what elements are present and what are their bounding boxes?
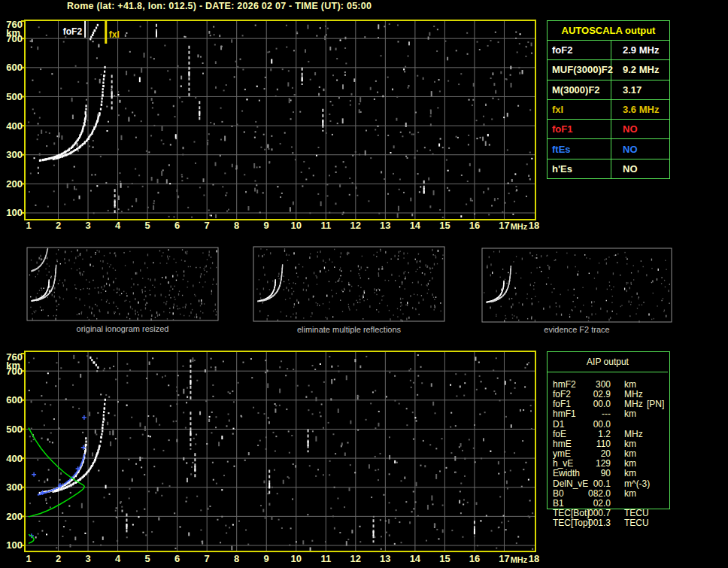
noise-dot [268, 421, 270, 424]
noise-dot [245, 191, 247, 193]
noise-dot [432, 503, 433, 505]
noise-dot [332, 74, 334, 76]
noise-dot [93, 212, 95, 214]
noise-dot [447, 57, 448, 61]
noise-dot [292, 498, 293, 500]
noise-dot [479, 49, 481, 50]
noise-dot [256, 86, 258, 87]
noise-dot [193, 141, 195, 143]
aip-value: 001.3 [569, 518, 611, 528]
noise-dot [255, 25, 256, 26]
noise-dot [345, 166, 347, 168]
noise-dot [349, 194, 350, 196]
noise-dot [96, 57, 98, 59]
x-tick-label: 13 [380, 220, 390, 231]
noise-dot [472, 99, 474, 101]
thumbnail-caption-evidence: evidence F2 trace [482, 325, 672, 334]
aip-param: D1 [553, 420, 564, 430]
noise-dot [220, 139, 222, 141]
noise-dot [193, 438, 195, 439]
noise-dot [53, 142, 55, 144]
autoscala-row-foF1: foF1NO [548, 119, 669, 138]
noise-dot [153, 205, 154, 210]
noise-dot [420, 465, 421, 466]
noise-dot [514, 173, 516, 175]
noise-dot [493, 83, 495, 86]
noise-dot [505, 78, 507, 80]
noise-dot [468, 135, 469, 136]
noise-dot [227, 461, 229, 463]
noise-dot [268, 148, 269, 150]
noise-dot [498, 473, 499, 475]
noise-dot [119, 100, 120, 103]
noise-dot [375, 80, 377, 82]
noise-dot [507, 149, 508, 150]
noise-dot [190, 473, 192, 475]
autoscala-value: 2.9 MHz [611, 44, 659, 56]
y-tick-label: 600 [6, 394, 23, 405]
noise-dot [28, 121, 29, 123]
noise-dot [275, 403, 276, 405]
noise-dot [93, 140, 94, 141]
noise-dot [148, 151, 150, 153]
noise-dot [467, 502, 469, 503]
noise-dot [232, 524, 234, 526]
noise-dot [38, 167, 39, 169]
noise-dot [531, 428, 532, 430]
noise-dot [180, 86, 182, 87]
noise-dot [411, 511, 413, 512]
aip-output-table: AIP output hmF2300kmfoF202.9MHzfoF100.0M… [547, 351, 670, 509]
noise-dot [489, 144, 490, 146]
noise-dot [290, 99, 292, 101]
aip-row-foE: foE1.2MHz [547, 430, 670, 439]
noise-dot [116, 517, 117, 518]
noise-dot [312, 430, 314, 432]
noise-dot [331, 379, 332, 384]
noise-dot [417, 150, 418, 152]
noise-dot [91, 174, 93, 175]
noise-dot [134, 115, 135, 117]
noise-dot [302, 540, 304, 544]
noise-dot [267, 144, 268, 148]
noise-dot [237, 66, 238, 68]
x-tick-label: 18 [529, 220, 539, 231]
noise-dot [448, 147, 450, 149]
noise-dot [228, 209, 229, 211]
noise-dot [100, 545, 102, 546]
noise-dot [492, 72, 493, 75]
noise-dot [138, 516, 139, 518]
noise-dot [156, 418, 157, 422]
noise-dot [460, 482, 462, 484]
noise-dot [388, 519, 390, 524]
rfi-streak-core [114, 201, 116, 206]
noise-dot [128, 90, 129, 92]
noise-dot [265, 360, 266, 361]
autoscala-table-header: AUTOSCALA output [548, 21, 669, 41]
noise-dot [526, 46, 527, 47]
noise-dot [209, 214, 211, 216]
noise-dot [270, 68, 271, 71]
noise-dot [32, 80, 33, 81]
aip-unit: MHz [624, 399, 643, 409]
noise-dot [288, 70, 290, 71]
noise-dot [78, 408, 80, 409]
noise-dot [134, 74, 135, 76]
noise-dot [61, 135, 62, 140]
noise-dot [326, 34, 327, 35]
noise-dot [408, 56, 409, 57]
noise-dot [532, 548, 533, 550]
noise-dot [220, 155, 221, 156]
noise-dot [370, 157, 372, 159]
noise-dot [510, 469, 511, 471]
noise-dot [508, 521, 509, 522]
noise-dot [86, 99, 87, 101]
noise-dot [417, 515, 419, 517]
noise-dot [375, 390, 376, 391]
noise-dot [444, 41, 446, 42]
noise-dot [219, 35, 220, 37]
noise-dot [195, 443, 196, 445]
noise-dot [132, 205, 133, 207]
aip-value: 129 [569, 459, 611, 469]
noise-dot [259, 166, 260, 168]
y-tick-label: 300 [6, 149, 23, 160]
